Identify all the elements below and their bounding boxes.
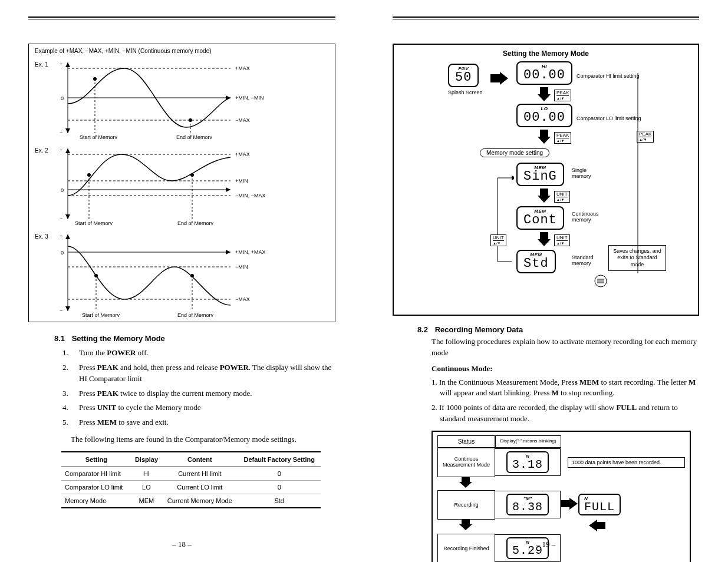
arrow-down-icon <box>437 477 494 490</box>
svg-marker-49 <box>490 72 508 85</box>
top-rule <box>393 16 699 19</box>
status-label: Recording <box>437 490 495 520</box>
section-8-1-note: The following items are found in the Com… <box>71 434 335 445</box>
step-4: 4.Press UNIT to cycle the Memory mode <box>71 402 335 414</box>
table-row: Memory ModeMEMCurrent Memory ModeStd <box>61 494 321 508</box>
splash-caption: Splash Screen <box>448 90 483 95</box>
continuous-mode-heading: Continuous Mode: <box>431 363 699 375</box>
step-3: 3.Press PEAK twice to display the curren… <box>71 388 335 399</box>
status-col-header: Status <box>437 435 495 448</box>
lcd-hi: HI 00.00 <box>516 61 572 85</box>
lcd-status-1: N3.18 <box>506 451 549 473</box>
svg-text:Start of Memory: Start of Memory <box>82 312 120 317</box>
single-label: Single memory <box>572 167 607 179</box>
svg-text:−MAX: −MAX <box>235 117 250 123</box>
lcd-lo: LO 00.00 <box>516 104 572 127</box>
svg-marker-63 <box>589 520 605 531</box>
example-1-label: Ex. 1 <box>35 57 54 68</box>
page-18: Example of +MAX, −MAX, +MIN, −MIN (Conti… <box>0 0 364 562</box>
col-setting: Setting <box>61 452 131 467</box>
mem-button-icon <box>594 275 607 290</box>
svg-text:0: 0 <box>61 95 64 101</box>
arrow-right-icon <box>490 72 508 85</box>
svg-text:−MIN: −MIN <box>235 264 248 270</box>
svg-marker-61 <box>561 498 578 510</box>
hi-label: Comparator HI limit setting <box>577 73 640 79</box>
svg-point-9 <box>93 77 97 81</box>
section-8-1-steps: 1.Turn the POWER off. 2.Press PEAK and h… <box>71 348 335 428</box>
unit-button-icon: UNIT▲/▼ <box>490 234 506 246</box>
svg-marker-53 <box>538 232 551 246</box>
svg-text:+MAX: +MAX <box>235 65 250 71</box>
svg-point-10 <box>189 118 192 122</box>
svg-text:Start of Memory: Start of Memory <box>80 134 118 139</box>
flow-line <box>634 73 641 282</box>
page-spread: Example of +MAX, −MAX, +MIN, −MIN (Conti… <box>0 0 728 562</box>
svg-marker-50 <box>538 87 551 101</box>
memory-mode-setting-label: Memory mode setting <box>480 148 549 157</box>
svg-text:−: − <box>60 216 62 222</box>
section-8-2-intro: The following procedures explain how to … <box>431 336 699 359</box>
arrow-left-icon <box>577 520 618 534</box>
example-3-chart: + − 0 Start of Memory End of Memory +MIN… <box>54 229 301 317</box>
flow-title: Setting the Memory Mode <box>398 49 693 58</box>
loop-arrow-icon <box>494 173 514 270</box>
svg-text:End of Memory: End of Memory <box>176 134 213 139</box>
step-2: 2.Press PEAK and hold, then press and re… <box>71 362 335 385</box>
svg-text:0: 0 <box>61 187 64 193</box>
svg-point-27 <box>190 173 194 177</box>
lcd-full: NFULL <box>578 494 621 515</box>
step-5: 5.Press MEM to save and exit. <box>71 417 335 428</box>
example-3-label: Ex. 3 <box>35 229 54 240</box>
svg-point-43 <box>190 274 194 277</box>
svg-marker-52 <box>538 189 551 203</box>
svg-text:End of Memory: End of Memory <box>177 220 214 225</box>
top-rule <box>28 16 335 19</box>
peak-button-icon: PEAK▲/▼ <box>554 132 571 144</box>
svg-text:Start of Memory: Start of Memory <box>75 220 113 225</box>
section-8-2-number: 8.2 <box>417 325 433 334</box>
svg-text:−: − <box>60 308 62 313</box>
page-number: – 18 – <box>0 540 364 549</box>
svg-text:0: 0 <box>61 250 64 256</box>
svg-text:−MIN, −MAX: −MIN, −MAX <box>235 193 266 199</box>
page-number: – 19 – <box>364 540 727 549</box>
section-8-1-title: Setting the Memory Mode <box>72 334 165 343</box>
examples-title: Example of +MAX, −MAX, +MIN, −MIN (Conti… <box>35 48 329 54</box>
section-8-1-number: 8.1 <box>54 334 70 343</box>
standard-label: Standard memory <box>572 254 607 266</box>
continuous-label: Continuous memory <box>572 211 607 223</box>
svg-text:End of Memory: End of Memory <box>177 312 214 317</box>
svg-point-42 <box>94 274 98 277</box>
svg-marker-62 <box>459 520 472 530</box>
lcd-status-2: "M"8.38 <box>506 494 549 515</box>
svg-marker-60 <box>459 477 472 488</box>
status-label: Continuos Measurement Mode <box>437 448 495 477</box>
col-display: Display <box>131 452 162 467</box>
page-19: Setting the Memory Mode FGV 50 Splash Sc… <box>364 0 727 562</box>
arrow-down-icon <box>538 130 551 146</box>
table-row: Comparator HI limitHICurrent HI limit0 <box>61 467 321 480</box>
col-default: Default Factory Setting <box>238 452 321 467</box>
svg-text:+MIN, −MIN: +MIN, −MIN <box>235 95 264 101</box>
display-col-header: Display("·" means blinking) <box>495 435 561 448</box>
svg-marker-54 <box>512 176 514 180</box>
col-content: Content <box>162 452 238 467</box>
section-8-2-heading: 8.2 Recording Memory Data <box>417 325 699 334</box>
svg-text:+MAX: +MAX <box>235 151 250 157</box>
example-2-chart: + − 0 Start of Memory End of Memory +MAX… <box>54 143 301 225</box>
svg-text:−: − <box>60 130 62 135</box>
arrow-right-icon <box>561 498 578 512</box>
settings-table: Setting Display Content Default Factory … <box>61 451 321 508</box>
svg-text:+: + <box>60 233 62 239</box>
svg-text:−MAX: −MAX <box>235 296 250 302</box>
svg-point-26 <box>87 173 91 177</box>
memory-mode-examples-box: Example of +MAX, −MAX, +MIN, −MIN (Conti… <box>28 44 335 322</box>
example-1-chart: + − 0 Start of Memory End of Memory +MAX <box>54 57 301 139</box>
lcd-splash: FGV 50 <box>448 64 479 87</box>
step-1: 1. In the Continuous Measurement Mode, P… <box>431 377 699 399</box>
example-2: Ex. 2 + − 0 <box>35 143 329 225</box>
lcd-continuous: MEM Cont <box>516 206 564 230</box>
section-8-2-title: Recording Memory Data <box>435 325 523 334</box>
lcd-single: MEM SinG <box>516 163 564 186</box>
